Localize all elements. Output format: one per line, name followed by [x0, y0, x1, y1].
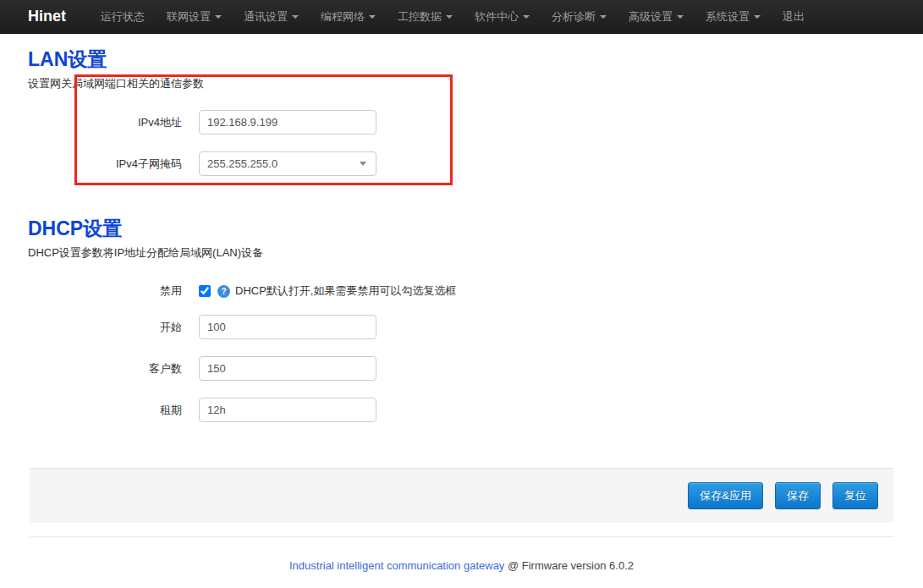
- help-icon[interactable]: ?: [217, 285, 230, 298]
- dhcp-lease-label: 租期: [28, 403, 182, 418]
- main-content: LAN设置 设置网关局域网端口相关的通信参数 IPv4地址 IPv4子网掩码 2…: [0, 34, 923, 422]
- nav-item-advanced-settings[interactable]: 高级设置: [618, 0, 695, 33]
- save-button[interactable]: 保存: [775, 482, 821, 509]
- dhcp-section-title: DHCP设置: [28, 217, 893, 240]
- dhcp-lease-row: 租期: [28, 398, 893, 422]
- lan-form: IPv4地址 IPv4子网掩码 255.255.255.0: [28, 110, 893, 176]
- dhcp-disable-checkbox[interactable]: [199, 285, 211, 297]
- ipv4-address-input[interactable]: [199, 110, 376, 135]
- footer: Industrial intelligent communication gat…: [0, 537, 923, 572]
- lan-section-description: 设置网关局域网端口相关的通信参数: [28, 76, 893, 91]
- brand-logo[interactable]: Hinet: [28, 8, 66, 25]
- ipv4-netmask-label: IPv4子网掩码: [28, 157, 182, 172]
- ipv4-netmask-selected-value: 255.255.255.0: [207, 157, 277, 170]
- dropdown-caret-icon: [360, 162, 366, 166]
- top-navbar: Hinet 运行状态 联网设置 通讯设置 编程网络 工控数据 软件中心 分析诊断…: [0, 0, 923, 34]
- footer-firmware-version: @ Firmware version 6.0.2: [504, 559, 634, 572]
- ipv4-netmask-select[interactable]: 255.255.255.0: [199, 151, 376, 176]
- nav-item-software-center[interactable]: 软件中心: [464, 0, 541, 33]
- dhcp-clients-row: 客户数: [28, 356, 893, 381]
- action-bar: 保存&应用 保存 复位: [30, 468, 893, 523]
- nav-item-network-settings[interactable]: 联网设置: [156, 0, 233, 33]
- nav-item-industrial-data[interactable]: 工控数据: [387, 0, 464, 33]
- ipv4-address-row: IPv4地址: [28, 110, 893, 135]
- chevron-down-icon: [446, 15, 453, 19]
- chevron-down-icon: [600, 15, 607, 19]
- dhcp-disable-help-text: DHCP默认打开,如果需要禁用可以勾选复选框: [235, 283, 456, 299]
- dhcp-disable-label: 禁用: [28, 283, 182, 299]
- dhcp-settings-section: DHCP设置 DHCP设置参数将IP地址分配给局域网(LAN)设备 禁用 ? D…: [28, 217, 893, 422]
- chevron-down-icon: [292, 15, 299, 19]
- nav-item-programming-network[interactable]: 编程网络: [310, 0, 387, 33]
- lan-settings-section: LAN设置 设置网关局域网端口相关的通信参数 IPv4地址 IPv4子网掩码 2…: [28, 47, 893, 176]
- dhcp-section-description: DHCP设置参数将IP地址分配给局域网(LAN)设备: [28, 245, 893, 261]
- chevron-down-icon: [523, 15, 530, 19]
- lan-section-title: LAN设置: [28, 47, 893, 71]
- nav-item-comm-settings[interactable]: 通讯设置: [233, 0, 310, 33]
- chevron-down-icon: [677, 15, 684, 19]
- chevron-down-icon: [754, 15, 761, 19]
- footer-gateway-link[interactable]: Industrial intelligent communication gat…: [289, 559, 504, 572]
- dhcp-clients-input[interactable]: [199, 356, 376, 381]
- nav-item-logout[interactable]: 退出: [772, 0, 816, 33]
- chevron-down-icon: [369, 15, 376, 19]
- dhcp-form: 禁用 ? DHCP默认打开,如果需要禁用可以勾选复选框 开始 客户数: [28, 283, 893, 422]
- save-apply-button[interactable]: 保存&应用: [688, 482, 763, 509]
- dhcp-clients-label: 客户数: [28, 361, 182, 376]
- nav-item-running-status[interactable]: 运行状态: [90, 0, 156, 33]
- dhcp-start-row: 开始: [28, 315, 893, 339]
- ipv4-address-label: IPv4地址: [28, 115, 182, 130]
- dhcp-start-input[interactable]: [199, 315, 376, 339]
- nav-item-analysis-diagnosis[interactable]: 分析诊断: [541, 0, 618, 33]
- ipv4-netmask-row: IPv4子网掩码 255.255.255.0: [28, 151, 893, 176]
- dhcp-lease-input[interactable]: [199, 398, 376, 422]
- dhcp-disable-row: 禁用 ? DHCP默认打开,如果需要禁用可以勾选复选框: [28, 283, 893, 299]
- nav-menu: 运行状态 联网设置 通讯设置 编程网络 工控数据 软件中心 分析诊断 高级设置 …: [90, 0, 816, 33]
- reset-button[interactable]: 复位: [832, 482, 878, 509]
- chevron-down-icon: [215, 15, 222, 19]
- dhcp-start-label: 开始: [28, 320, 182, 335]
- nav-item-system-settings[interactable]: 系统设置: [695, 0, 772, 33]
